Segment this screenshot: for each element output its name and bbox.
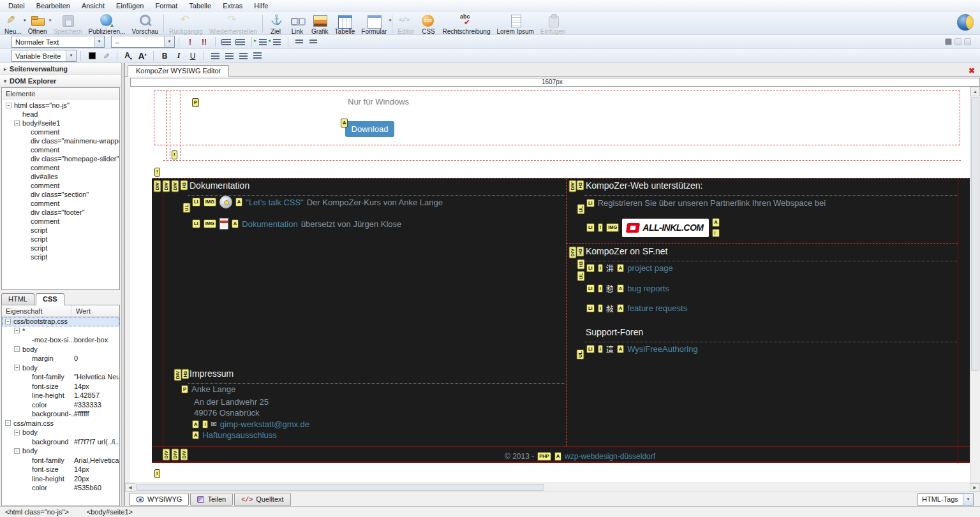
bullet-list-button[interactable] — [234, 36, 247, 48]
tab-split-view[interactable]: Teilen — [190, 493, 233, 506]
menu-item[interactable]: Ansicht — [76, 1, 110, 11]
a-tag-marker[interactable]: A — [232, 219, 239, 228]
toolbar-button[interactable]: Editor — [394, 12, 417, 36]
toolbar-button[interactable] — [161, 12, 166, 36]
h3-tag-marker[interactable]: H3 — [577, 259, 585, 270]
download-button[interactable]: Download — [345, 121, 394, 137]
img-tag-marker[interactable]: IMG — [606, 223, 619, 232]
i-tag-marker[interactable]: I — [598, 345, 603, 354]
feature-requests-link[interactable]: feature requests — [627, 303, 687, 313]
toolbar-button[interactable]: Tabelle — [332, 12, 359, 36]
div-tag-marker[interactable]: DIV — [172, 449, 179, 461]
img-tag-marker[interactable]: IMG — [204, 198, 216, 207]
div-tag-marker[interactable]: DIV — [569, 180, 577, 193]
numbered-list-button[interactable] — [220, 36, 233, 48]
scroll-left-icon[interactable]: ◀ — [125, 483, 135, 492]
toolbar-button[interactable]: Speichern — [50, 12, 85, 36]
css-rule-row[interactable]: color #535b60 — [2, 483, 119, 493]
emphasis-button[interactable]: ! — [184, 36, 197, 48]
haftungsausschluss-link[interactable]: Haftungsausschluss — [202, 430, 276, 440]
div-tag-marker[interactable]: DIV — [163, 449, 170, 461]
dom-tree-item[interactable]: comment — [2, 145, 119, 154]
css-rule-row[interactable]: body — [2, 345, 119, 354]
tab-css[interactable]: CSS — [36, 293, 64, 305]
php-tag-marker[interactable]: PHP — [537, 452, 551, 461]
dom-tree-item[interactable]: div class="mainmenu-wrapper" — [2, 136, 119, 145]
a-tag-marker[interactable]: A — [235, 198, 242, 207]
h3-tag-marker[interactable]: H3 — [577, 180, 584, 191]
a-tag-marker[interactable]: A — [617, 345, 624, 354]
ul-tag-marker[interactable]: UL — [577, 271, 585, 281]
dom-tree-item[interactable]: html class="no-js" — [2, 101, 119, 110]
close-tab-icon[interactable]: ✖ — [969, 66, 975, 75]
div-tag-marker[interactable]: DIV — [174, 369, 182, 381]
all-inkl-logo[interactable]: ALL-INKL.COM — [622, 219, 709, 237]
menu-item[interactable]: Extras — [217, 1, 248, 11]
indent-button[interactable]: ▸ — [256, 36, 269, 48]
css-class-select[interactable]: -- — [111, 36, 175, 48]
warning-tag-marker[interactable]: ! — [154, 168, 160, 177]
tab-html[interactable]: HTML — [1, 293, 34, 305]
li-tag-marker[interactable]: LI — [586, 304, 595, 313]
chevron-down-icon[interactable] — [963, 494, 973, 505]
a-tag-marker[interactable]: A — [617, 304, 624, 313]
p-tag-marker[interactable]: P — [192, 98, 199, 107]
line-spacing-button-2[interactable] — [307, 36, 320, 48]
italic-button[interactable]: I — [172, 50, 185, 62]
layer-bring-front-icon[interactable] — [954, 38, 961, 45]
toolbar-button[interactable] — [390, 12, 394, 36]
css-rule-row[interactable]: css/bootstrap.css — [2, 317, 119, 326]
align-center-button[interactable] — [223, 50, 235, 62]
toolbar-button[interactable]: Einfügen — [537, 12, 568, 36]
dom-tree-item[interactable]: body#seite1 — [2, 119, 119, 127]
chevron-down-icon[interactable] — [66, 50, 76, 61]
document-tab[interactable]: KompoZer WYSIWG Editor — [128, 65, 229, 76]
chevron-down-icon[interactable] — [94, 36, 104, 47]
css-rule-row[interactable]: * — [2, 326, 119, 336]
horizontal-scrollbar[interactable]: ◀ ▶ — [125, 483, 980, 492]
li-tag-marker[interactable]: LI — [192, 219, 200, 228]
underline-button[interactable]: U — [186, 50, 199, 62]
i-tag-marker[interactable]: I — [598, 264, 603, 273]
increase-font-button[interactable]: A▴ — [136, 50, 149, 62]
paragraph-format-select[interactable]: Normaler Text — [11, 36, 105, 48]
dom-explorer-header[interactable]: ▾ DOM Explorer — [0, 75, 121, 87]
tree-expander-icon[interactable] — [14, 328, 20, 333]
menu-item[interactable]: Tabelle — [183, 1, 217, 11]
css-rule-row[interactable]: background #f7f7f7 url(../i... — [2, 437, 119, 447]
h3-tag-marker[interactable]: H3 — [577, 247, 584, 257]
toolbar-button[interactable]: Rückgängig — [166, 12, 206, 36]
css-rule-row[interactable]: body — [2, 428, 119, 437]
strong-emphasis-button[interactable]: !! — [198, 36, 211, 48]
font-select[interactable]: Variable Breite — [11, 50, 77, 62]
chevron-down-icon[interactable] — [164, 36, 174, 47]
html-tags-select[interactable]: HTML-Tags — [917, 493, 974, 506]
li-tag-marker[interactable]: LI — [586, 199, 595, 208]
statusbar-body-element[interactable]: <body#seite1> — [87, 508, 133, 516]
a-tag-marker[interactable]: A — [192, 420, 199, 429]
div-tag-marker[interactable]: DIV — [181, 449, 188, 461]
dom-tree-item[interactable]: script — [2, 244, 119, 252]
dokumentation-link[interactable]: Dokumentation — [242, 219, 297, 229]
toolbar-button[interactable]: Publizieren... — [85, 12, 129, 36]
menu-item[interactable]: Datei — [3, 1, 31, 11]
bug-reports-link[interactable]: bug reports — [627, 284, 669, 293]
css-rule-row[interactable]: background-... #ffffff — [2, 409, 119, 419]
toolbar-button[interactable]: Lorem Ipsum — [494, 12, 537, 36]
a-tag-marker[interactable]: A — [341, 119, 348, 127]
align-justify-button[interactable] — [251, 50, 264, 62]
ul-tag-marker[interactable]: UL — [183, 203, 191, 213]
toolbar-button[interactable]: Rechtschreibung — [439, 12, 493, 36]
dom-tree-item[interactable]: script — [2, 252, 119, 261]
dom-tree-item[interactable]: div#alles — [2, 172, 119, 181]
css-rule-row[interactable]: line-height 1.42857 — [2, 391, 119, 400]
highlight-color-button[interactable]: ✎ — [100, 50, 112, 62]
toolbar-button[interactable]: Neu... — [1, 12, 25, 36]
wysiwyg-canvas[interactable]: P Nur für Windows A Download ! ! DIV DIV… — [125, 87, 970, 483]
i-tag-marker[interactable]: I — [598, 284, 603, 293]
i-tag-marker[interactable]: I — [598, 304, 603, 313]
dom-tree-item[interactable]: comment — [2, 199, 119, 208]
li-tag-marker[interactable]: LI — [586, 345, 595, 354]
outdent-button[interactable]: ◂ — [271, 36, 283, 48]
a-tag-marker[interactable]: A — [617, 264, 624, 273]
